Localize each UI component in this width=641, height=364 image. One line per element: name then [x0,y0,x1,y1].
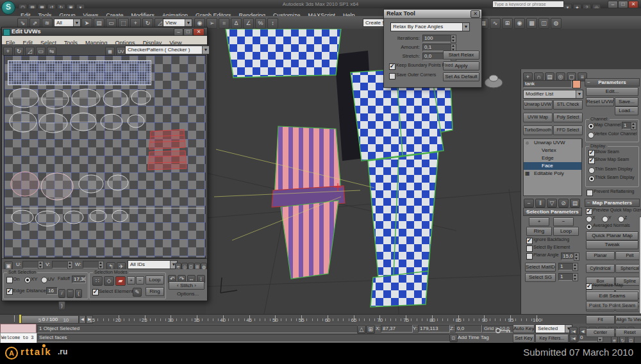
ignore-backfacing-checkbox[interactable] [526,238,533,244]
parameters-rollout[interactable]: −Parameters [585,78,640,87]
render-production-icon[interactable]: ◍ [551,18,562,29]
normalize-map-checkbox[interactable] [586,283,592,290]
x-axis-radio[interactable] [586,216,592,222]
map-parameters-button[interactable]: Planar [586,251,615,260]
falloff-slow-icon[interactable]: ( [75,289,82,298]
map-parameters-button[interactable]: Pelt [615,251,641,260]
save-uvws-button[interactable]: Save... [615,97,638,106]
uv-canvas[interactable] [4,55,206,258]
stack-item-vertex[interactable]: Vertex [524,147,581,154]
loop-button[interactable]: Loop [553,227,579,236]
rendered-frame-icon[interactable]: ◫ [538,18,549,29]
maxscript-mini-listener[interactable]: Welcome to 3 [0,333,37,343]
z-axis-radio[interactable] [618,216,624,222]
uv-radio[interactable] [41,277,47,283]
options-button[interactable]: Options... [172,290,203,297]
stack-item-editable-poly[interactable]: ▦Editable Poly [524,170,581,178]
sg-spinner[interactable] [572,273,578,281]
select-matid-button[interactable]: Select MatID [525,263,556,272]
iterations-spinner[interactable] [451,35,456,43]
modifier-list-dropdown[interactable]: Modifier List▼ [523,90,583,99]
modifier-set-button[interactable]: FFD Select [553,126,583,135]
select-sg-button[interactable]: Select SG [525,273,556,282]
edge-distance-field[interactable]: 16 [46,287,58,295]
prevent-reflattening-checkbox[interactable] [587,190,593,196]
soft-selection-on-checkbox[interactable] [6,277,13,283]
show-map-seam-checkbox[interactable] [588,158,595,164]
relax-method-dropdown[interactable]: Relax By Face Angles▼ [390,22,470,31]
selection-lock-icon[interactable]: △ [357,325,366,334]
thin-seam-radio[interactable] [588,167,595,174]
matid-spinner[interactable] [572,263,578,271]
show-seam-checkbox[interactable] [588,150,595,156]
curve-editor-icon[interactable]: ∿ [490,18,501,29]
selection-set-key-dropdown[interactable]: Selected▼ [535,324,572,333]
map-channel-radio[interactable] [588,123,594,129]
map-parameters-button[interactable]: Spherical [615,264,641,273]
reference-coordinate-dropdown[interactable]: View▼ [163,19,192,27]
ring-button[interactable]: Ring [146,287,164,296]
object-name-field[interactable]: tank [523,80,572,88]
percent-snap-icon[interactable]: % [255,18,266,29]
material-editor-icon[interactable]: ◉ [514,18,525,29]
relax-titlebar[interactable]: Relax Tool ✕ [384,10,481,19]
modifier-set-button[interactable]: STL Check [553,100,583,110]
falloff-field[interactable]: 17,30 [72,276,86,283]
modifier-set-button[interactable]: Poly Select [553,113,583,122]
set-key-button[interactable]: Set Key [513,334,535,343]
v-spinner[interactable] [67,261,73,269]
paint-select-icon[interactable]: ✎ [133,288,142,297]
start-relax-button[interactable]: Start Relax [443,51,479,60]
uvws-close-button[interactable]: ✕ [193,28,204,36]
w-spinner[interactable] [98,261,104,269]
edit-uvws-open-button[interactable]: Edit... [586,87,638,96]
angle-snap-icon[interactable]: ∠ [243,18,254,29]
grow-selection-button[interactable]: + [127,276,135,285]
modifier-set-button[interactable]: UVW Map [523,113,553,122]
configure-modifier-sets-icon[interactable]: ▤ [570,199,580,208]
select-by-element-checkbox[interactable] [526,245,533,252]
thick-seam-radio[interactable] [588,176,595,182]
preview-gizmo-checkbox[interactable] [586,208,592,215]
falloff-linear-icon[interactable]: / [58,289,65,298]
y-axis-radio[interactable] [602,216,608,222]
maximize-button[interactable]: □ [618,1,628,8]
edit-uvws-titlebar[interactable]: Edit UVWs – □ ✕ [2,28,207,36]
edge-distance-checkbox[interactable] [6,288,13,295]
schematic-view-icon[interactable]: ⊞ [502,18,513,29]
shrink-button[interactable]: − [553,217,574,226]
map-channel-spinner[interactable] [631,122,637,130]
select-element-checkbox[interactable] [92,289,99,295]
app-logo-icon[interactable]: S [1,1,15,15]
go-to-frame-icon[interactable]: |◀ [569,334,578,343]
reset-uvws-button[interactable]: Reset UVWs [586,97,614,106]
stack-item-unwrap-uvw[interactable]: ☼Unwrap UVW [524,139,581,147]
loop-button[interactable]: Loop [146,276,164,285]
quick-planar-map-button[interactable]: Quick Planar Map [586,231,638,240]
material-id-dropdown[interactable]: All IDs▼ [128,260,178,269]
key-filters-button[interactable]: Key Filters... [535,334,569,343]
tweak-button[interactable]: Tweak [586,240,638,249]
show-end-result-icon[interactable]: ‖ [535,199,545,208]
modifier-set-button[interactable]: TurboSmooth [523,126,553,135]
planar-angle-checkbox[interactable] [526,253,533,260]
edge-mode-icon[interactable]: ◇ [104,276,114,286]
time-tag-icon[interactable]: ⊡ [449,334,458,342]
close-button[interactable]: ✕ [628,1,638,8]
map-parameters-button[interactable]: Reset [615,328,641,337]
keyboard-shortcut-toggle-icon[interactable]: ⌗ [219,18,229,29]
render-setup-icon[interactable]: ▩ [526,18,537,29]
averaged-normals-radio[interactable] [586,224,592,230]
select-and-manipulate-icon[interactable]: ➢ [206,18,217,29]
face-mode-icon[interactable]: ▰ [115,276,126,286]
y-coordinate-field[interactable]: 179,113 [418,325,450,333]
stitch-button[interactable]: ‹ Stitch › [169,281,204,290]
map-parameters-button[interactable]: Cylindrical [586,264,615,273]
selection-filter-dropdown[interactable]: All▼ [54,19,81,27]
snaps-toggle-icon[interactable]: ∆ [231,18,242,29]
u-spinner[interactable] [38,261,44,269]
stack-item-face[interactable]: Face [524,162,581,170]
keep-boundary-checkbox[interactable] [389,63,395,70]
uvws-maximize-button[interactable]: □ [183,28,193,36]
iterations-field[interactable]: 100 [422,35,453,42]
